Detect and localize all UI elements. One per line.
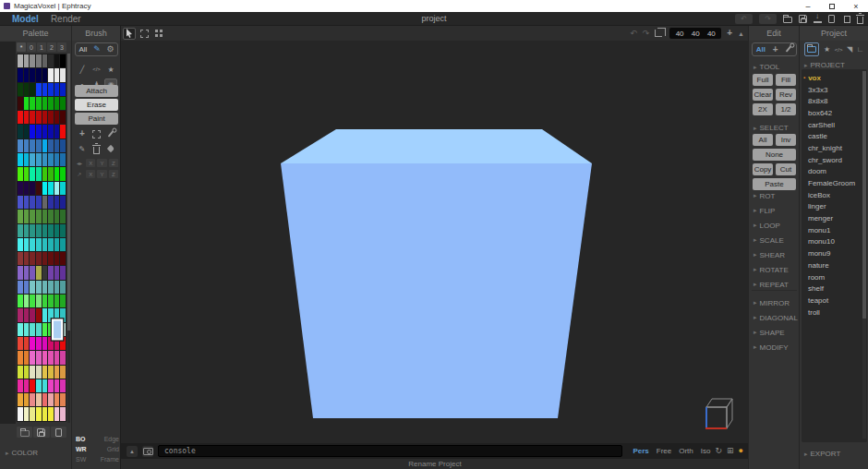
- palette-swatch[interactable]: [18, 68, 23, 81]
- palette-swatch[interactable]: [24, 182, 30, 195]
- pattern-icon[interactable]: ◥: [847, 46, 852, 54]
- camera-mode-iso[interactable]: Iso: [701, 447, 711, 455]
- palette-swatch[interactable]: [36, 407, 42, 420]
- section-flip[interactable]: ▸FLIP: [753, 203, 795, 218]
- palette-swatch[interactable]: [48, 351, 54, 364]
- palette-swatch[interactable]: [36, 224, 42, 237]
- palette-swatch[interactable]: [60, 153, 66, 166]
- tab-render[interactable]: Render: [51, 14, 81, 24]
- section-shear[interactable]: ▸SHEAR: [753, 247, 795, 262]
- palette-swatch[interactable]: [48, 295, 54, 307]
- project-item-teapot[interactable]: teapot: [802, 295, 862, 307]
- palette-swatch[interactable]: [36, 210, 42, 222]
- tool-section-label[interactable]: ▸ TOOL: [753, 63, 779, 71]
- palette-swatch[interactable]: [48, 238, 54, 251]
- palette-swatch[interactable]: [18, 379, 23, 392]
- palette-swatch[interactable]: [18, 366, 23, 379]
- palette-swatch[interactable]: [60, 238, 66, 251]
- palette-swatch[interactable]: [30, 295, 35, 307]
- model-size-field[interactable]: 40 40 40: [669, 28, 721, 39]
- console-input[interactable]: console: [158, 445, 622, 457]
- select-button-inv[interactable]: Inv: [776, 134, 796, 146]
- toggle-sw[interactable]: SW: [76, 456, 86, 463]
- palette-swatch[interactable]: [24, 266, 30, 279]
- palette-swatch[interactable]: [48, 337, 54, 350]
- palette-swatch[interactable]: [48, 210, 54, 222]
- tool-button-rev[interactable]: Rev: [776, 89, 796, 101]
- palette-swatch[interactable]: [24, 97, 30, 110]
- color-section[interactable]: ▸ COLOR: [6, 449, 38, 457]
- palette-swatch[interactable]: [30, 393, 35, 406]
- move-icon[interactable]: +: [76, 128, 89, 140]
- palette-swatch[interactable]: [30, 97, 35, 110]
- palette-swatch[interactable]: [60, 97, 66, 110]
- palette-swatch[interactable]: [54, 111, 60, 124]
- shader-icon[interactable]: </>: [835, 47, 843, 53]
- project-item-doom[interactable]: doom: [802, 166, 862, 178]
- camera-mode-orth[interactable]: Orth: [679, 447, 693, 455]
- palette-swatch[interactable]: [42, 224, 48, 237]
- palette-swatch[interactable]: [42, 111, 48, 124]
- palette-swatch[interactable]: [24, 379, 30, 392]
- axis-x-cell[interactable]: X: [86, 159, 95, 167]
- viewport-undo-icon[interactable]: ↶: [630, 29, 637, 38]
- palette-swatch[interactable]: [30, 125, 35, 138]
- marquee-icon[interactable]: [90, 128, 102, 140]
- palette-tab-*[interactable]: *: [17, 42, 26, 52]
- palette-swatch[interactable]: [18, 407, 23, 420]
- palette-swatch[interactable]: [48, 323, 54, 336]
- palette-tab-3[interactable]: 3: [57, 42, 66, 52]
- palette-swatch[interactable]: [36, 308, 42, 321]
- section-loop[interactable]: ▸LOOP: [753, 218, 795, 233]
- palette-swatch[interactable]: [54, 308, 60, 321]
- grid-cube-icon[interactable]: ⊞: [727, 447, 734, 455]
- console-toggle-button[interactable]: ▲: [127, 446, 138, 457]
- palette-swatch[interactable]: [24, 238, 30, 251]
- palette-swatch[interactable]: [30, 54, 35, 67]
- tab-model[interactable]: Model: [12, 14, 39, 24]
- palette-swatch[interactable]: [42, 238, 48, 251]
- palette-swatch[interactable]: [36, 337, 42, 350]
- project-item-iceBox[interactable]: iceBox: [802, 189, 862, 201]
- palette-swatch[interactable]: [48, 266, 54, 279]
- palette-swatch[interactable]: [42, 139, 48, 152]
- palette-swatch[interactable]: [30, 182, 35, 195]
- palette-swatch[interactable]: [42, 83, 48, 96]
- toggle-frame[interactable]: Frame: [101, 456, 119, 463]
- palette-swatch[interactable]: [60, 196, 66, 209]
- palette-swatch[interactable]: [54, 153, 60, 166]
- line-brush-icon[interactable]: ╱: [76, 64, 89, 76]
- palette-swatch[interactable]: [54, 139, 60, 152]
- select-button-none[interactable]: None: [753, 149, 796, 161]
- palette-swatch[interactable]: [18, 308, 23, 321]
- fit-view-icon[interactable]: +: [727, 29, 732, 38]
- cursor-tool-button[interactable]: [123, 28, 136, 40]
- palette-swatch[interactable]: [42, 266, 48, 279]
- palette-swatch[interactable]: [24, 351, 30, 364]
- project-item-monu10[interactable]: monu10: [802, 236, 862, 248]
- section-mirror[interactable]: ▸MIRROR: [753, 295, 795, 310]
- palette-swatch[interactable]: [36, 196, 42, 209]
- palette-swatch[interactable]: [42, 393, 48, 406]
- palette-swatch[interactable]: [24, 323, 30, 336]
- palette-swatch[interactable]: [42, 196, 48, 209]
- palette-swatch[interactable]: [18, 196, 23, 209]
- tool-button-2x[interactable]: 2X: [753, 103, 773, 115]
- palette-swatch[interactable]: [18, 153, 23, 166]
- palette-swatch[interactable]: [60, 83, 66, 96]
- axis-y-cell[interactable]: Y: [97, 170, 106, 178]
- palette-swatch[interactable]: [36, 167, 42, 180]
- palette-swatch[interactable]: [48, 68, 54, 81]
- palette-swatch[interactable]: [54, 196, 60, 209]
- toggle-edge[interactable]: Edge: [104, 436, 119, 442]
- palette-swatch[interactable]: [54, 407, 60, 420]
- palette-swatch[interactable]: [60, 281, 66, 294]
- palette-swatch[interactable]: [60, 252, 66, 265]
- palette-swatch[interactable]: [54, 320, 61, 338]
- select-button-all[interactable]: All: [753, 134, 773, 146]
- palette-swatch[interactable]: [54, 351, 60, 364]
- palette-swatch[interactable]: [30, 196, 35, 209]
- palette-swatch[interactable]: [60, 308, 66, 321]
- tool-button-fill[interactable]: Fill: [776, 74, 796, 86]
- palette-swatch[interactable]: [18, 351, 23, 364]
